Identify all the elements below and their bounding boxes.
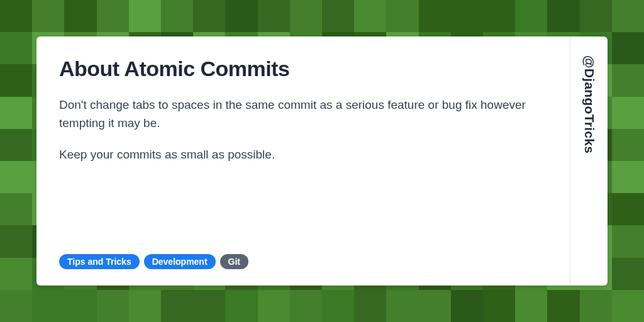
paragraph: Don't change tabs to spaces in the same … bbox=[59, 96, 547, 132]
twitter-handle[interactable]: @DjangoTricks bbox=[582, 55, 597, 153]
main-content: About Atomic Commits Don't change tabs t… bbox=[36, 36, 570, 286]
card-body: Don't change tabs to spaces in the same … bbox=[59, 96, 547, 178]
tag-git[interactable]: Git bbox=[220, 254, 248, 269]
tag-development[interactable]: Development bbox=[144, 254, 216, 269]
tag-list: Tips and Tricks Development Git bbox=[59, 254, 248, 269]
tag-tips-and-tricks[interactable]: Tips and Tricks bbox=[59, 254, 140, 269]
sidebar: @DjangoTricks bbox=[570, 36, 608, 286]
content-card: About Atomic Commits Don't change tabs t… bbox=[36, 36, 608, 286]
paragraph: Keep your commits as small as possible. bbox=[59, 146, 547, 164]
card-title: About Atomic Commits bbox=[59, 57, 547, 81]
